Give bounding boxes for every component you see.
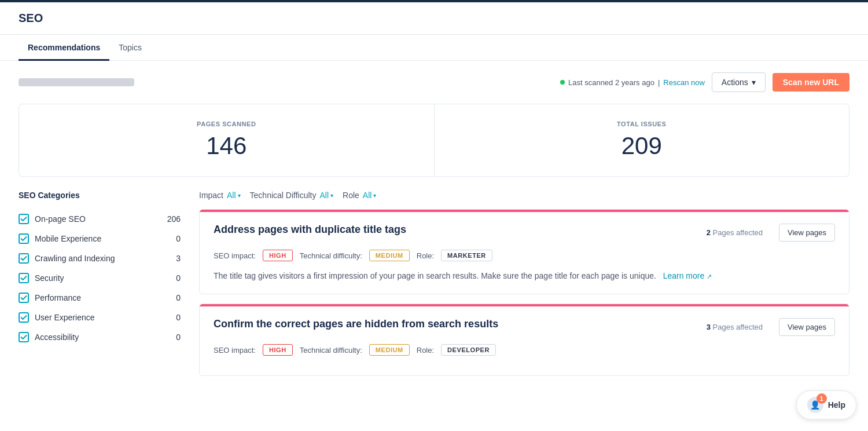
checkbox-icon: [19, 332, 29, 342]
help-button[interactable]: 👤 1 Help: [796, 390, 856, 399]
page-title: SEO: [19, 12, 849, 25]
sidebar-item-accessibility[interactable]: Accessibility 0: [19, 327, 181, 347]
scan-status-dot: [560, 80, 565, 85]
category-name: User Experience: [35, 313, 170, 322]
sidebar: SEO Categories On-page SEO 206 Mobile Ex…: [19, 191, 181, 385]
sidebar-item-security[interactable]: Security 0: [19, 268, 181, 288]
impact-label: Impact: [199, 191, 223, 200]
tech-difficulty-badge-1: MEDIUM: [369, 250, 410, 261]
issue-meta-1: SEO impact: HIGH Technical difficulty: M…: [214, 250, 835, 261]
checkbox-icon: [19, 253, 29, 264]
total-issues-value: 209: [451, 132, 833, 160]
help-badge-count: 1: [816, 393, 827, 399]
issue-description-1: The title tag gives visitors a first imp…: [214, 269, 835, 282]
categories-list: On-page SEO 206 Mobile Experience 0 Craw…: [19, 209, 181, 347]
filter-impact: Impact All ▾: [199, 191, 241, 200]
category-count: 0: [176, 293, 181, 302]
tab-topics[interactable]: Topics: [109, 35, 151, 60]
issue-title-1: Address pages with duplicate title tags: [214, 224, 406, 236]
rescan-link[interactable]: Rescan now: [663, 78, 705, 87]
impact-value[interactable]: All ▾: [227, 191, 241, 200]
role-value[interactable]: All ▾: [363, 191, 377, 200]
scan-new-url-button[interactable]: Scan new URL: [773, 73, 849, 92]
category-count: 0: [176, 273, 181, 283]
seo-impact-badge-2: HIGH: [263, 344, 293, 356]
stats-box: PAGES SCANNED 146 TOTAL ISSUES 209: [19, 104, 849, 177]
tabs-nav: Recommendations Topics: [0, 35, 868, 61]
role-meta-label-1: Role:: [417, 251, 434, 260]
issue-meta-2: SEO impact: HIGH Technical difficulty: M…: [214, 344, 835, 356]
filter-technical-difficulty: Technical Difficulty All ▾: [250, 191, 333, 200]
issue-card-body-2: Confirm the correct pages are hidden fro…: [200, 306, 849, 375]
learn-more-link-1[interactable]: Learn more ↗: [661, 271, 712, 280]
checkbox-icon: [19, 312, 29, 323]
pages-scanned-label: PAGES SCANNED: [35, 120, 418, 127]
tech-difficulty-chevron-icon: ▾: [330, 192, 333, 199]
role-chevron-icon: ▾: [373, 192, 376, 199]
checkbox-icon: [19, 273, 29, 283]
toolbar-left: [19, 78, 134, 86]
tech-difficulty-label: Technical Difficulty: [250, 191, 317, 200]
checkbox-icon: [19, 293, 29, 303]
sidebar-item-user-experience[interactable]: User Experience 0: [19, 308, 181, 327]
category-name: Performance: [35, 293, 170, 302]
view-pages-button-1[interactable]: View pages: [779, 224, 835, 242]
tech-difficulty-badge-2: MEDIUM: [369, 344, 410, 356]
category-name: On-page SEO: [35, 214, 161, 224]
sidebar-item-performance[interactable]: Performance 0: [19, 288, 181, 308]
tech-difficulty-label-1: Technical difficulty:: [300, 251, 362, 260]
actions-button[interactable]: Actions ▾: [712, 72, 766, 92]
sidebar-item-crawling-and-indexing[interactable]: Crawling and Indexing 3: [19, 249, 181, 268]
scan-status-text: Last scanned 2 years ago: [568, 78, 654, 87]
pages-affected-1: 2 Pages affected: [707, 228, 763, 237]
issue-title-2: Confirm the correct pages are hidden fro…: [214, 318, 498, 330]
pages-affected-count-2: 3: [707, 323, 711, 331]
seo-impact-badge-1: HIGH: [263, 250, 293, 261]
actions-label: Actions: [722, 78, 748, 87]
issues-list: Impact All ▾ Technical Difficulty All ▾ …: [199, 191, 849, 385]
scan-info: Last scanned 2 years ago | Rescan now: [560, 78, 705, 87]
stat-total-issues: TOTAL ISSUES 209: [434, 104, 849, 176]
sidebar-item-on-page-seo[interactable]: On-page SEO 206: [19, 209, 181, 229]
filter-role: Role All ▾: [343, 191, 376, 200]
checkbox-icon: [19, 233, 29, 244]
header: SEO: [0, 2, 868, 35]
filters: Impact All ▾ Technical Difficulty All ▾ …: [199, 191, 849, 200]
role-badge-2: DEVELOPER: [441, 344, 496, 356]
toolbar-right: Last scanned 2 years ago | Rescan now Ac…: [560, 72, 849, 92]
category-name: Crawling and Indexing: [35, 254, 170, 263]
category-count: 206: [167, 214, 181, 224]
role-label: Role: [343, 191, 359, 200]
pages-affected-count-1: 2: [707, 228, 711, 237]
total-issues-label: TOTAL ISSUES: [451, 120, 833, 127]
issue-header-1: Address pages with duplicate title tags …: [214, 224, 835, 242]
category-count: 3: [176, 254, 181, 263]
seo-impact-label-1: SEO impact:: [214, 251, 256, 260]
category-name: Accessibility: [35, 333, 170, 342]
category-name: Mobile Experience: [35, 234, 170, 243]
stat-pages-scanned: PAGES SCANNED 146: [19, 104, 434, 176]
tab-recommendations[interactable]: Recommendations: [19, 35, 109, 60]
issue-header-2: Confirm the correct pages are hidden fro…: [214, 318, 835, 336]
issue-card-2: Confirm the correct pages are hidden fro…: [199, 304, 849, 376]
sidebar-item-mobile-experience[interactable]: Mobile Experience 0: [19, 229, 181, 249]
issue-card-1: Address pages with duplicate title tags …: [199, 209, 849, 294]
actions-chevron-icon: ▾: [752, 78, 756, 87]
external-link-icon-1: ↗: [707, 273, 712, 280]
scan-separator: |: [658, 78, 660, 87]
role-meta-label-2: Role:: [417, 346, 434, 355]
tech-difficulty-value[interactable]: All ▾: [319, 191, 333, 200]
pages-affected-2: 3 Pages affected: [707, 323, 763, 331]
impact-chevron-icon: ▾: [238, 192, 241, 199]
toolbar: Last scanned 2 years ago | Rescan now Ac…: [0, 61, 868, 104]
view-pages-button-2[interactable]: View pages: [779, 318, 835, 336]
seo-impact-label-2: SEO impact:: [214, 346, 256, 355]
pages-scanned-value: 146: [35, 132, 418, 160]
main-content: SEO Categories On-page SEO 206 Mobile Ex…: [0, 177, 868, 399]
tech-difficulty-label-2: Technical difficulty:: [300, 346, 362, 355]
sidebar-title: SEO Categories: [19, 191, 181, 200]
category-count: 0: [176, 234, 181, 243]
issue-card-body-1: Address pages with duplicate title tags …: [200, 212, 849, 294]
role-badge-1: MARKETER: [441, 250, 492, 261]
category-count: 0: [176, 333, 181, 342]
